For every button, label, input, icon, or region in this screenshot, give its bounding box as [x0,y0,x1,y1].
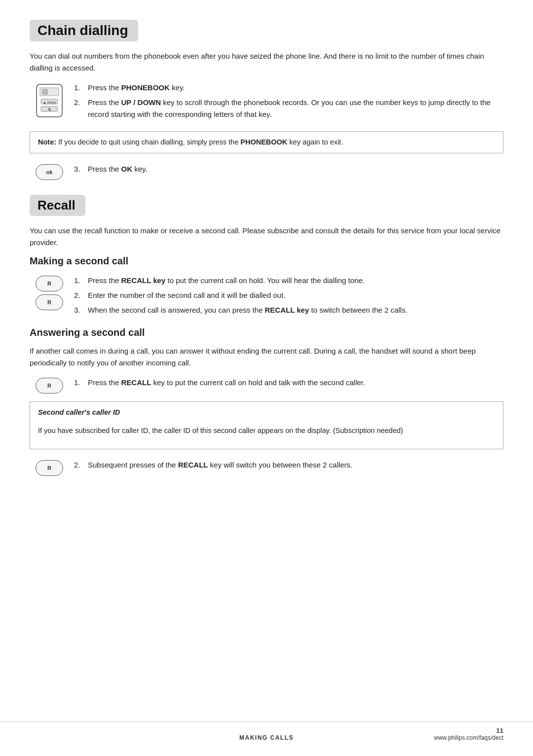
answering-intro: If another call comes in during a call, … [30,345,503,369]
footer-section-label: MAKING CALLS [239,734,294,741]
chain-step-3: 3. Press the OK key. [74,163,503,175]
recall-section: Recall You can use the recall function t… [30,195,503,475]
answering-step1-col: 1. Press the RECALL key to put the curre… [74,377,503,392]
chain-dialling-heading-bg: Chain dialling [30,20,138,41]
step-num-1: 1. [74,82,83,94]
ok-key-icon: ok [36,164,63,180]
making-step-3: 3. When the second call is answered, you… [74,304,503,316]
chain-dialling-steps-1-2: ▲ menu ⇅ 1. Press the PHONEBOOK key. 2. … [30,82,503,123]
footer-url: www.philips.com/faqs/dect [434,734,503,741]
svg-rect-2 [42,89,47,94]
caller-id-heading: Second caller's caller ID [38,407,495,418]
page-footer: MAKING CALLS 11 www.philips.com/faqs/dec… [0,721,533,741]
making-steps-col: 1. Press the RECALL key to put the curre… [74,275,503,319]
making-second-call-subsection: Making a second call R R 1. Press the RE… [30,255,503,319]
making-step-1: 1. Press the RECALL key to put the curre… [74,275,503,287]
footer-right: 11 www.philips.com/faqs/dect [434,727,503,741]
answering-second-call-heading: Answering a second call [30,327,503,338]
step-3-col: 3. Press the OK key. [74,163,503,178]
step-num-2: 2. [74,97,83,120]
answering-step2-key-col: R [30,459,69,476]
phonebook-device-icon: ▲ menu ⇅ [35,83,64,118]
chain-dialling-section: Chain dialling You can dial out numbers … [30,20,503,180]
recall-title: Recall [38,198,76,213]
chain-step-2: 2. Press the UP / DOWN key to scroll thr… [74,97,503,120]
recall-key-bottom-icon: R [36,294,63,310]
answering-step1-block: R 1. Press the RECALL key to put the cur… [30,377,503,394]
caller-id-note-box: Second caller's caller ID If you have su… [30,401,503,449]
svg-text:▲ menu: ▲ menu [43,101,56,104]
answering-second-call-subsection: Answering a second call If another call … [30,327,503,475]
answering-recall-key-icon: R [36,378,63,394]
chain-dialling-note-box: Note: If you decide to quit using chain … [30,131,503,153]
recall-intro: You can use the recall function to make … [30,225,503,249]
step-num-3: 3. [74,163,83,175]
answering-step-2: 2. Subsequent presses of the RECALL key … [74,459,503,471]
recall-heading-bg: Recall [30,195,85,216]
answering-recall-key-col: R [30,377,69,394]
caller-id-text: If you have subscribed for caller ID, th… [38,425,495,436]
chain-dialling-title: Chain dialling [38,23,128,38]
chain-dialling-steps-col: 1. Press the PHONEBOOK key. 2. Press the… [74,82,503,123]
step-2-text: Press the UP / DOWN key to scroll throug… [88,97,503,120]
chain-dialling-intro: You can dial out numbers from the phoneb… [30,50,503,74]
recall-keys-icon-col: R R [30,275,69,310]
svg-text:⇅: ⇅ [48,108,51,112]
chain-step-1: 1. Press the PHONEBOOK key. [74,82,503,94]
footer-page-number: 11 [496,727,503,734]
answering-step2-recall-key-icon: R [36,460,63,476]
answering-step2-col: 2. Subsequent presses of the RECALL key … [74,459,503,474]
step-3-text: Press the OK key. [88,163,148,175]
step-1-text: Press the PHONEBOOK key. [88,82,185,94]
making-step-2: 2. Enter the number of the second call a… [74,289,503,301]
note-content: If you decide to quit using chain dialli… [58,138,343,146]
phonebook-device-icon-col: ▲ menu ⇅ [30,82,69,118]
making-steps-block: R R 1. Press the RECALL key to put the c… [30,275,503,319]
chain-dialling-step-3: ok 3. Press the OK key. [30,163,503,180]
making-second-call-heading: Making a second call [30,255,503,267]
note-label: Note: [38,138,56,146]
answering-step2-block: R 2. Subsequent presses of the RECALL ke… [30,459,503,476]
ok-key-icon-col: ok [30,163,69,180]
answering-step-1: 1. Press the RECALL key to put the curre… [74,377,503,389]
recall-key-top-icon: R [36,276,63,291]
